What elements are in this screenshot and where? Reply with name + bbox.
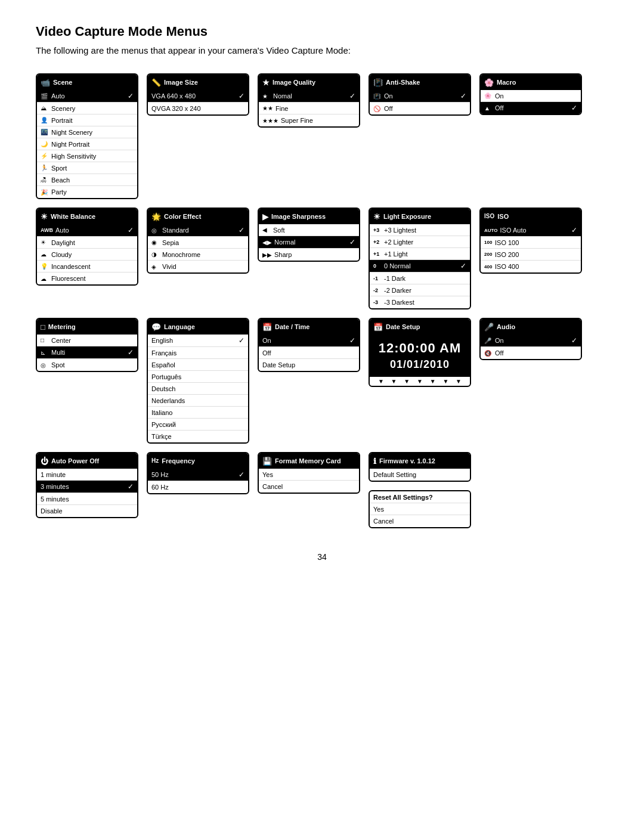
antishake-on[interactable]: 📳 On ✓ xyxy=(370,90,470,103)
wb-cloudy[interactable]: ☁ Cloudy xyxy=(37,249,137,261)
exp-p1[interactable]: +1 +1 Light xyxy=(370,248,470,260)
metering-spot[interactable]: ◎ Spot xyxy=(37,359,137,371)
power-1min[interactable]: 1 minute xyxy=(37,469,137,481)
wb-fluorescent[interactable]: ☁ Fluorescent xyxy=(37,272,137,284)
datetime-off[interactable]: Off xyxy=(259,347,359,359)
exp-p2[interactable]: +2 +2 Lighter xyxy=(370,236,470,248)
scene-party[interactable]: 🎉 Party xyxy=(37,186,137,198)
freq-60[interactable]: 60 Hz xyxy=(148,481,248,493)
lang-francais[interactable]: Français xyxy=(148,347,248,359)
wb-incandescent[interactable]: 💡 Incandescent xyxy=(37,261,137,272)
macro-off[interactable]: ▲ Off ✓ xyxy=(481,102,581,114)
scene-high-sensitivity[interactable]: ⚡ High Sensitivity xyxy=(37,150,137,162)
datetime-on-text: On xyxy=(262,337,347,344)
sharp-normal[interactable]: ◀▶ Normal ✓ xyxy=(259,236,359,249)
power-disable[interactable]: Disable xyxy=(37,505,137,517)
scene-auto[interactable]: 🎬 Auto ✓ xyxy=(37,90,137,103)
metering-center[interactable]: □ Center xyxy=(37,335,137,346)
freq-50[interactable]: 50 Hz ✓ xyxy=(148,469,248,481)
power-disable-text: Disable xyxy=(41,507,134,515)
iso-menu: ISO ISO AUTO ISO Auto ✓ 100 ISO 100 200 … xyxy=(479,208,582,274)
color-effect-header: 🌟 Color Effect xyxy=(148,209,248,224)
macro-on[interactable]: 🌸 On xyxy=(481,90,581,102)
arrow-down-6[interactable]: ▼ xyxy=(442,378,448,385)
arrow-down-1[interactable]: ▼ xyxy=(378,378,384,385)
lang-russian[interactable]: Русский xyxy=(148,419,248,431)
format-cancel[interactable]: Cancel xyxy=(259,481,359,493)
arrow-down-7[interactable]: ▼ xyxy=(456,378,462,385)
iso-200[interactable]: 200 ISO 200 xyxy=(481,249,581,261)
arrow-down-5[interactable]: ▼ xyxy=(430,378,436,385)
wb-daylight[interactable]: ☀ Daylight xyxy=(37,237,137,249)
iso-100-text: ISO 100 xyxy=(495,239,577,246)
audio-on-text: On xyxy=(495,337,569,344)
sharp-soft[interactable]: ◀ Soft xyxy=(259,224,359,236)
datetime-setup[interactable]: Date Setup xyxy=(259,359,359,371)
exp-p2-text: +2 Lighter xyxy=(384,239,466,246)
quality-normal[interactable]: ★ Nomal ✓ xyxy=(259,90,359,103)
scene-night-portrait[interactable]: 🌙 Night Portrait xyxy=(37,138,137,150)
exp-m2[interactable]: -2 -2 Darker xyxy=(370,284,470,296)
ce-sepia[interactable]: ◉ Sepia xyxy=(148,237,248,249)
color-effect-body: ◎ Standard ✓ ◉ Sepia ◑ Monochrome ◈ Vivi… xyxy=(148,224,248,272)
auto-power-off-label: Auto Power Off xyxy=(51,457,99,465)
iso-body: AUTO ISO Auto ✓ 100 ISO 100 200 ISO 200 … xyxy=(481,224,581,272)
scene-sport[interactable]: 🏃 Sport xyxy=(37,162,137,174)
ce-sepia-icon: ◉ xyxy=(151,239,160,246)
metering-multi[interactable]: ⊾ Multi ✓ xyxy=(37,346,137,359)
lang-portugues[interactable]: Português xyxy=(148,371,248,383)
language-body: English ✓ Français Español Português Deu… xyxy=(148,335,248,442)
lang-espanol[interactable]: Español xyxy=(148,359,248,371)
ce-monochrome[interactable]: ◑ Monochrome xyxy=(148,249,248,261)
ce-standard[interactable]: ◎ Standard ✓ xyxy=(148,224,248,237)
light-exposure-icon: ☀ xyxy=(373,213,380,221)
iso-auto-check: ✓ xyxy=(571,226,577,234)
reset-cancel[interactable]: Cancel xyxy=(370,515,470,527)
arrow-down-3[interactable]: ▼ xyxy=(404,378,410,385)
lang-nederlands[interactable]: Nederlands xyxy=(148,395,248,407)
format-yes[interactable]: Yes xyxy=(259,469,359,481)
exp-m1[interactable]: -1 -1 Dark xyxy=(370,272,470,284)
scene-portrait[interactable]: 👤 Portrait xyxy=(37,114,137,126)
datetime-menu: 📅 Date / Time On ✓ Off Date Setup xyxy=(258,318,360,372)
quality-fine[interactable]: ★★ Fine xyxy=(259,103,359,114)
ce-vivid[interactable]: ◈ Vivid xyxy=(148,261,248,272)
datetime-on[interactable]: On ✓ xyxy=(259,335,359,347)
arrow-down-4[interactable]: ▼ xyxy=(417,378,423,385)
exp-0[interactable]: 0 0 Normal ✓ xyxy=(370,260,470,272)
ce-sepia-text: Sepia xyxy=(162,239,244,246)
iso-auto[interactable]: AUTO ISO Auto ✓ xyxy=(481,224,581,237)
lang-deutsch[interactable]: Deutsch xyxy=(148,383,248,395)
antishake-off[interactable]: 🚫 Off xyxy=(370,103,470,114)
audio-on[interactable]: 🎤 On ✓ xyxy=(481,335,581,347)
scene-scenery[interactable]: ⛰ Scenery xyxy=(37,103,137,114)
lang-english[interactable]: English ✓ xyxy=(148,335,248,347)
quality-superfine[interactable]: ★★★ Super Fine xyxy=(259,114,359,126)
ce-monochrome-text: Monochrome xyxy=(162,251,244,258)
macro-off-icon: ▲ xyxy=(484,105,493,112)
exp-p3[interactable]: +3 +3 Lightest xyxy=(370,224,470,236)
scene-night-scenery[interactable]: 🌃 Night Scenery xyxy=(37,126,137,138)
reset-yes[interactable]: Yes xyxy=(370,503,470,515)
lang-turkce[interactable]: Türkçe xyxy=(148,431,248,442)
image-size-body: VGA 640 x 480 ✓ QVGA 320 x 240 xyxy=(148,90,248,114)
wb-auto[interactable]: AWB Auto ✓ xyxy=(37,224,137,237)
antishake-on-check: ✓ xyxy=(460,92,466,100)
lang-italiano[interactable]: Italiano xyxy=(148,407,248,419)
power-3min[interactable]: 3 minutes ✓ xyxy=(37,481,137,493)
audio-off[interactable]: 🔇 Off xyxy=(481,347,581,359)
audio-menu: 🎤 Audio 🎤 On ✓ 🔇 Off xyxy=(479,318,582,360)
arrow-down-2[interactable]: ▼ xyxy=(391,378,397,385)
iso-100[interactable]: 100 ISO 100 xyxy=(481,237,581,249)
size-qvga[interactable]: QVGA 320 x 240 xyxy=(148,103,248,114)
exp-m3[interactable]: -3 -3 Darkest xyxy=(370,296,470,308)
sharp-sharp[interactable]: ▶▶ Sharp xyxy=(259,249,359,261)
size-vga[interactable]: VGA 640 x 480 ✓ xyxy=(148,90,248,103)
scene-beach[interactable]: 🏖 Beach xyxy=(37,174,137,186)
iso-400[interactable]: 400 ISO 400 xyxy=(481,261,581,272)
ce-vivid-icon: ◈ xyxy=(151,264,160,270)
firmware-default[interactable]: Default Setting xyxy=(370,469,470,481)
date-setup-icon: 📅 xyxy=(373,323,383,331)
macro-menu: 🌸 Macro 🌸 On ▲ Off ✓ xyxy=(479,73,582,115)
power-5min[interactable]: 5 minutes xyxy=(37,493,137,505)
